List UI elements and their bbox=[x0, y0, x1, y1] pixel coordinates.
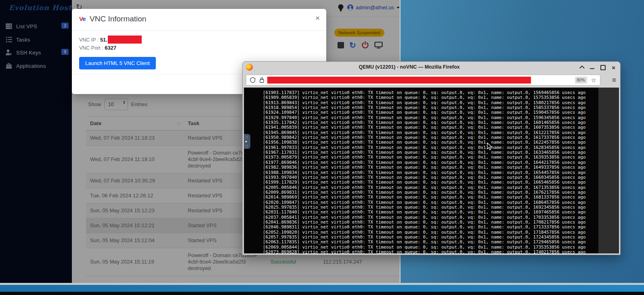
vnc-port-value: 6327 bbox=[105, 45, 116, 51]
vnc-ip-line: VNC IP : 51. bbox=[79, 36, 319, 44]
terminal-log: [61903.117837] virtio_net virtio0 eth0: … bbox=[263, 90, 586, 253]
vnc-framebuffer[interactable]: [61903.117837] virtio_net virtio0 eth0: … bbox=[244, 88, 598, 253]
firefox-titlebar[interactable]: QEMU (v12201) - noVNC — Mozilla Firefox … bbox=[243, 62, 620, 73]
bookmark-star-icon[interactable]: ☆ bbox=[591, 77, 596, 84]
vnc-port-label: VNC Port : bbox=[79, 45, 105, 51]
vnc-logo-icon: Ve bbox=[79, 15, 86, 22]
redacted-ip bbox=[108, 36, 142, 44]
desktop-strip bbox=[0, 285, 644, 292]
firefox-navbar: 80% ☆ ≡ bbox=[243, 73, 620, 88]
taskbar-edge bbox=[0, 292, 644, 295]
shield-icon[interactable] bbox=[250, 77, 256, 83]
lock-icon[interactable] bbox=[260, 77, 264, 83]
hamburger-menu-icon[interactable]: ≡ bbox=[612, 76, 616, 84]
launch-vnc-client-button[interactable]: Launch HTML 5 VNC Client bbox=[79, 57, 156, 69]
window-controls: × bbox=[580, 62, 615, 73]
redacted-url bbox=[267, 77, 531, 84]
minimize-icon[interactable] bbox=[590, 68, 594, 69]
vnc-ip-label: VNC IP : bbox=[79, 37, 100, 43]
novnc-viewport: [61903.117837] virtio_net virtio0 eth0: … bbox=[244, 88, 619, 253]
close-icon[interactable]: × bbox=[315, 14, 320, 23]
firefox-window: QEMU (v12201) - noVNC — Mozilla Firefox … bbox=[242, 61, 621, 255]
zoom-level-badge[interactable]: 80% bbox=[575, 77, 587, 84]
url-bar[interactable]: 80% ☆ bbox=[246, 75, 600, 86]
shade-window-icon[interactable] bbox=[579, 65, 585, 71]
firefox-window-title: QEMU (v12201) - noVNC — Mozilla Firefox bbox=[243, 64, 620, 70]
modal-title: VNC Information bbox=[90, 15, 146, 23]
mouse-cursor bbox=[487, 142, 493, 151]
modal-header: Ve VNC Information × bbox=[72, 9, 326, 31]
maximize-icon[interactable] bbox=[600, 65, 606, 70]
expand-arrow-icon: ▸ bbox=[245, 139, 248, 143]
desktop: Evolution Host List VPS 2 Tasks bbox=[0, 0, 644, 295]
close-window-icon[interactable]: × bbox=[612, 65, 615, 71]
vnc-ip-prefix: 51. bbox=[100, 37, 107, 43]
vnc-port-line: VNC Port : 6327 bbox=[79, 45, 319, 51]
novnc-control-bar-handle[interactable]: ▸ bbox=[244, 134, 250, 149]
